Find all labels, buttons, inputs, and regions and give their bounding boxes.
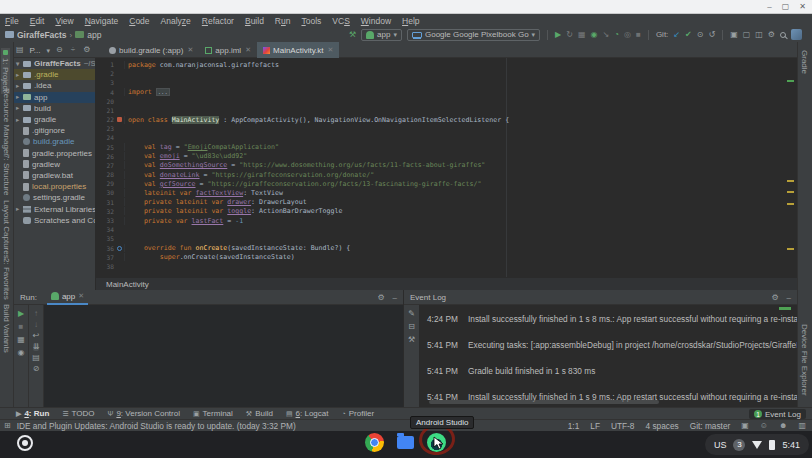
log-entry[interactable]: 4:24 PMInstall successfully finished in …: [427, 314, 797, 324]
down-icon[interactable]: ↓: [34, 321, 38, 329]
expand-arrow-icon[interactable]: ▸: [16, 205, 23, 213]
close-icon[interactable]: ✕: [187, 46, 193, 54]
editor-breadcrumb[interactable]: MainActivity: [96, 277, 797, 290]
restore-button[interactable]: ▢: [782, 1, 790, 12]
toolwindow-button-terminal[interactable]: ▣Terminal: [193, 409, 233, 418]
breadcrumb-project[interactable]: GiraffeFacts: [17, 30, 67, 40]
line-number[interactable]: 31: [96, 199, 114, 206]
event-log-body[interactable]: 4:24 PMInstall successfully finished in …: [419, 305, 797, 407]
menu-vcs[interactable]: VCS: [332, 16, 349, 26]
status-widget-1-1[interactable]: 1:1: [568, 421, 580, 431]
scrollend-icon[interactable]: ⇊: [33, 343, 40, 351]
menu-navigate[interactable]: Navigate: [85, 16, 119, 26]
search-icon[interactable]: [780, 32, 786, 38]
commit-icon[interactable]: ✔: [685, 31, 692, 39]
settings-icon[interactable]: ⚙: [768, 31, 775, 39]
minimize-button[interactable]: –: [767, 1, 771, 12]
tree-item--gitignore[interactable]: .gitignore: [14, 125, 95, 136]
columns-icon[interactable]: ▥: [798, 422, 806, 430]
expand-arrow-icon[interactable]: ▸: [16, 93, 23, 101]
menu-edit[interactable]: Edit: [30, 16, 45, 26]
device-select[interactable]: Google Google Pixelbook Go: [407, 29, 540, 41]
system-tray[interactable]: US 3 5:41: [705, 434, 809, 455]
line-number[interactable]: 38: [96, 263, 114, 270]
toolwindow-button-todo[interactable]: ☰TODO: [62, 409, 94, 418]
sdk-manager-icon[interactable]: ▣: [730, 31, 738, 39]
collapse-all-icon[interactable]: ÷: [71, 46, 75, 54]
log-entry[interactable]: 5:41 PMGradle build finished in 1 s 830 …: [427, 366, 797, 376]
tree-item-external-libraries[interactable]: ▸External Libraries: [14, 203, 95, 214]
minimize-icon[interactable]: –: [787, 294, 791, 302]
tree-item-build[interactable]: ▸build: [14, 103, 95, 114]
menu-build[interactable]: Build: [245, 16, 264, 26]
build-hammer-icon[interactable]: ⚒: [349, 31, 356, 39]
log-entry[interactable]: 5:41 PMExecuting tasks: [:app:assembleDe…: [427, 340, 797, 350]
menu-window[interactable]: Window: [361, 16, 391, 26]
close-button[interactable]: ✕: [799, 1, 806, 12]
menu-code[interactable]: Code: [129, 16, 149, 26]
inspections-icon[interactable]: ☺: [760, 422, 768, 430]
breadcrumb-module[interactable]: app: [87, 30, 101, 40]
attach-profiler-icon[interactable]: ◎: [624, 31, 631, 39]
line-number[interactable]: 26: [96, 153, 114, 160]
hide-icon[interactable]: ⊖: [56, 46, 63, 54]
launcher-button[interactable]: [17, 435, 33, 451]
expand-arrow-icon[interactable]: ▸: [16, 116, 23, 124]
toolwindow-button-9-version-control[interactable]: Ψ9: Version Control: [108, 409, 180, 418]
clear-all-icon[interactable]: ⊟: [408, 323, 415, 331]
override-gutter-icon[interactable]: [117, 246, 122, 251]
line-number[interactable]: 36: [96, 245, 114, 252]
tab-app-iml[interactable]: app.iml✕: [199, 42, 257, 58]
tree-item--idea[interactable]: ▸.idea: [14, 80, 95, 91]
expand-arrow-icon[interactable]: ▾: [16, 60, 23, 68]
toolwindow-button-4-run[interactable]: ▶4: Run: [16, 409, 49, 418]
horizontal-scrollbar[interactable]: [429, 400, 659, 404]
sidebar-item-2-favorites[interactable]: 2: Favorites: [2, 258, 11, 300]
close-icon[interactable]: ✕: [245, 46, 251, 54]
line-number[interactable]: 30: [96, 189, 114, 196]
status-widget-git-master[interactable]: Git: master: [690, 421, 731, 431]
filter-icon[interactable]: ⚒: [408, 336, 415, 344]
coverage-icon[interactable]: ▦: [578, 31, 586, 39]
settings-icon[interactable]: ⚙: [377, 294, 384, 302]
attach-icon[interactable]: ↘: [603, 31, 610, 39]
tree-item-local-properties[interactable]: local.properties: [14, 181, 95, 192]
status-message[interactable]: IDE and Plugin Updates: Android Studio i…: [17, 421, 296, 431]
run-class-gutter-icon[interactable]: [117, 117, 122, 122]
sidebar-item-layout-captures[interactable]: Layout Captures: [2, 200, 11, 259]
run-icon[interactable]: ▶: [555, 31, 561, 39]
pin-icon[interactable]: ◉: [18, 349, 25, 357]
line-number[interactable]: 32: [96, 208, 114, 215]
softwrap-icon[interactable]: ↩: [33, 332, 40, 340]
expand-arrow-icon[interactable]: ▸: [16, 71, 23, 79]
line-number[interactable]: 37: [96, 254, 114, 261]
run-config-select[interactable]: app: [361, 29, 402, 41]
menu-help[interactable]: Help: [402, 16, 419, 26]
toolwindow-button-build[interactable]: ⚒Build: [246, 409, 273, 418]
line-number[interactable]: 25: [96, 144, 114, 151]
lock-icon[interactable]: ▣: [741, 422, 749, 430]
line-number[interactable]: 27: [96, 162, 114, 169]
line-number[interactable]: 34: [96, 226, 114, 233]
line-number[interactable]: 33: [96, 217, 114, 224]
run-console[interactable]: [44, 305, 403, 407]
profile-icon[interactable]: ◔: [614, 31, 619, 39]
status-widget-4-spaces[interactable]: 4 spaces: [645, 421, 678, 431]
rollback-icon[interactable]: ↺: [708, 31, 715, 39]
tree-item-gradle[interactable]: ▸gradle: [14, 114, 95, 125]
menu-tools[interactable]: Tools: [301, 16, 321, 26]
menu-refactor[interactable]: Refactor: [202, 16, 234, 26]
settings-icon[interactable]: ⚙: [771, 294, 778, 302]
line-number[interactable]: 23: [96, 125, 114, 132]
line-number[interactable]: 4: [96, 89, 114, 96]
line-number[interactable]: 28: [96, 171, 114, 178]
tab-build-gradle-app-[interactable]: build.gradle (:app)✕: [103, 42, 199, 58]
stop-icon[interactable]: ■: [636, 31, 641, 39]
run-tab-app[interactable]: app ✕: [47, 290, 88, 305]
device-manager-icon[interactable]: ▢: [743, 31, 751, 39]
sidebar-item-resource-manager[interactable]: Resource Manager: [2, 88, 11, 156]
tree-item-build-gradle[interactable]: build.gradle: [14, 136, 95, 147]
line-number[interactable]: 2: [96, 70, 114, 77]
line-number[interactable]: 22: [96, 116, 114, 123]
code-area[interactable]: 1package com.naranjaconsal.giraffefacts2…: [96, 60, 783, 271]
